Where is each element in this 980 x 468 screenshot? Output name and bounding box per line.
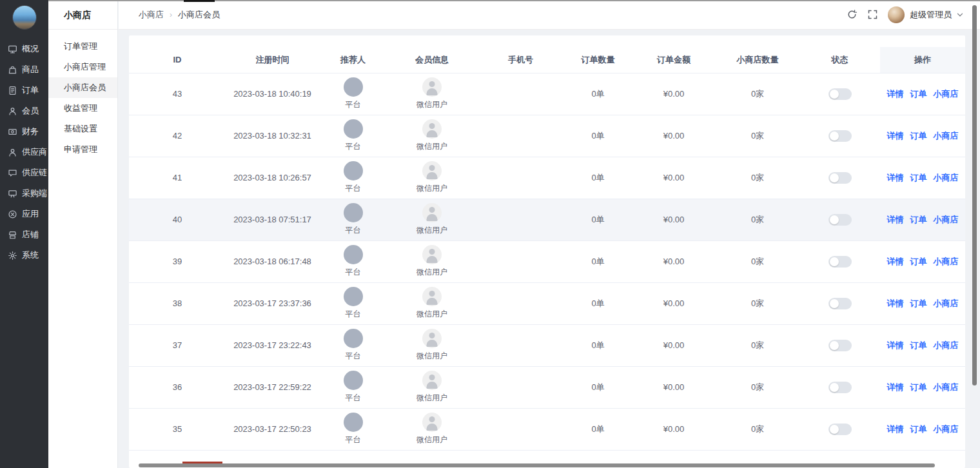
cell-id: 36 (129, 366, 226, 408)
sidebar-item-orders[interactable]: 订单 (0, 80, 48, 101)
action-link-order[interactable]: 订单 (910, 89, 927, 99)
referrer-avatar (344, 161, 363, 180)
top-scrollbar-thumb[interactable] (184, 0, 215, 2)
action-link-detail[interactable]: 详情 (887, 298, 904, 308)
refresh-icon[interactable] (847, 9, 858, 20)
cell-actions: 详情订单小商店 (880, 408, 965, 450)
cell-id: 41 (129, 157, 226, 199)
action-link-order[interactable]: 订单 (910, 340, 927, 350)
submenu-item[interactable]: 订单管理 (48, 36, 117, 57)
action-link-detail[interactable]: 详情 (887, 340, 904, 350)
referrer-avatar (344, 287, 363, 306)
cell-phone (477, 324, 564, 366)
status-toggle[interactable] (828, 298, 852, 309)
action-link-order[interactable]: 订单 (910, 173, 927, 182)
action-link-order[interactable]: 订单 (910, 424, 927, 434)
action-link-shop[interactable]: 小商店 (934, 298, 959, 308)
cell-actions: 详情订单小商店 (880, 115, 965, 157)
breadcrumb-current: 小商店会员 (178, 9, 220, 21)
user-menu[interactable]: 超级管理员 (888, 6, 963, 23)
cell-member-info: 微信用户 (387, 115, 477, 157)
sidebar-item-label: 供应商 (22, 146, 47, 158)
action-link-shop[interactable]: 小商店 (934, 257, 959, 266)
submenu-item[interactable]: 基础设置 (48, 119, 117, 139)
cell-order-amount: ¥0.00 (632, 240, 716, 282)
referrer-avatar (344, 413, 363, 432)
action-link-detail[interactable]: 详情 (887, 131, 904, 141)
submenu-item[interactable]: 申请管理 (48, 139, 117, 160)
sidebar-item-shops[interactable]: 店铺 (0, 224, 48, 245)
cell-referrer: 平台 (319, 157, 387, 199)
horizontal-scrollbar[interactable] (139, 463, 935, 467)
sidebar-item-overview[interactable]: 概况 (0, 39, 48, 59)
cell-referrer: 平台 (319, 282, 387, 324)
cell-order-amount: ¥0.00 (632, 73, 716, 115)
action-link-order[interactable]: 订单 (910, 131, 927, 141)
display-icon (8, 189, 17, 199)
cell-referrer: 平台 (319, 115, 387, 157)
cell-id: 42 (129, 115, 226, 157)
action-link-shop[interactable]: 小商店 (934, 424, 959, 434)
status-toggle[interactable] (828, 88, 852, 100)
top-scrollbar[interactable] (48, 0, 980, 1)
sidebar-item-label: 店铺 (22, 229, 39, 240)
table-row: 352023-03-17 22:50:23平台微信用户0单¥0.000家详情订单… (129, 408, 965, 450)
sidebar-item-purchase[interactable]: 采购端 (0, 183, 48, 204)
status-toggle[interactable] (828, 382, 852, 393)
cell-member-info: 微信用户 (387, 240, 477, 282)
sidebar-item-finance[interactable]: 财务 (0, 121, 48, 142)
column-header: 注册时间 (226, 47, 319, 73)
cell-order-amount: ¥0.00 (632, 199, 716, 240)
app-logo[interactable] (12, 5, 37, 30)
chevron-down-icon (957, 12, 963, 18)
action-link-detail[interactable]: 详情 (887, 215, 904, 224)
action-link-order[interactable]: 订单 (910, 215, 927, 224)
action-link-order[interactable]: 订单 (910, 382, 927, 392)
referrer-label: 平台 (319, 183, 387, 194)
table-row: 402023-03-18 07:51:17平台微信用户0单¥0.000家详情订单… (129, 199, 965, 240)
status-toggle[interactable] (828, 256, 852, 268)
member-avatar-icon (422, 413, 442, 432)
sidebar-item-goods[interactable]: 商品 (0, 59, 48, 80)
status-toggle[interactable] (828, 340, 852, 351)
cell-actions: 详情订单小商店 (880, 324, 965, 366)
action-link-detail[interactable]: 详情 (887, 173, 904, 182)
action-link-detail[interactable]: 详情 (887, 89, 904, 99)
sidebar-item-system[interactable]: 系统 (0, 245, 48, 266)
submenu-item[interactable]: 小商店会员 (48, 77, 117, 98)
action-link-shop[interactable]: 小商店 (934, 173, 959, 182)
vertical-scrollbar-thumb[interactable] (972, 5, 977, 385)
action-link-shop[interactable]: 小商店 (934, 340, 959, 350)
action-link-detail[interactable]: 详情 (887, 424, 904, 434)
member-label: 微信用户 (387, 309, 477, 320)
status-toggle[interactable] (828, 130, 852, 142)
sidebar-item-suppliers[interactable]: 供应商 (0, 142, 48, 162)
cell-member-info: 微信用户 (387, 408, 477, 450)
fullscreen-icon[interactable] (867, 9, 878, 20)
vertical-scrollbar[interactable] (972, 0, 977, 468)
status-toggle[interactable] (828, 172, 852, 184)
action-link-shop[interactable]: 小商店 (934, 382, 959, 392)
breadcrumb-parent[interactable]: 小商店 (139, 9, 164, 21)
cell-order-amount: ¥0.00 (632, 408, 716, 450)
cell-order-amount: ¥0.00 (632, 157, 716, 199)
action-link-order[interactable]: 订单 (910, 257, 927, 266)
status-toggle[interactable] (828, 424, 852, 435)
sidebar-item-apps[interactable]: 应用 (0, 204, 48, 224)
action-link-shop[interactable]: 小商店 (934, 215, 959, 224)
submenu-item[interactable]: 收益管理 (48, 98, 117, 119)
sidebar-item-members[interactable]: 会员 (0, 101, 48, 121)
action-link-order[interactable]: 订单 (910, 298, 927, 308)
cell-phone (477, 157, 564, 199)
column-header: 订单数量 (564, 47, 632, 73)
action-link-shop[interactable]: 小商店 (934, 131, 959, 141)
action-link-detail[interactable]: 详情 (887, 382, 904, 392)
action-link-detail[interactable]: 详情 (887, 257, 904, 266)
status-toggle[interactable] (828, 214, 852, 226)
sidebar-item-supply-chain[interactable]: 供应链 (0, 162, 48, 183)
member-label: 微信用户 (387, 351, 477, 362)
cell-register-time: 2023-03-17 23:37:36 (226, 282, 319, 324)
submenu-item[interactable]: 小商店管理 (48, 57, 117, 77)
referrer-label: 平台 (319, 393, 387, 404)
action-link-shop[interactable]: 小商店 (934, 89, 959, 99)
